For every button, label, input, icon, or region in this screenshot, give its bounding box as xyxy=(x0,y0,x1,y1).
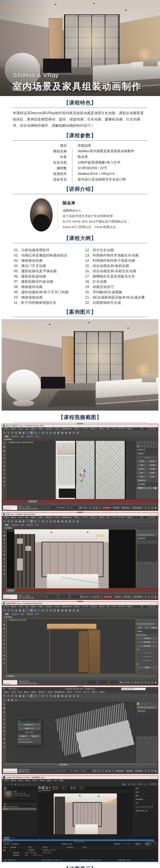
side-toolbar-icon[interactable]: ◐ xyxy=(3,530,6,533)
time-tag-button[interactable]: 添加时间标记 xyxy=(133,595,143,598)
side-toolbar-icon[interactable]: ▤ xyxy=(3,627,6,630)
affect-hierarchy-button[interactable]: 仅影响层次 xyxy=(137,645,157,648)
side-toolbar-icon[interactable]: ▲ xyxy=(3,468,6,472)
panel-header[interactable]: 对齐 xyxy=(134,801,158,805)
menu-item[interactable]: Arnold xyxy=(111,516,117,519)
queue-comp-chip[interactable]: ■ zj xyxy=(12,837,14,839)
toolbar-icon[interactable]: ▦ xyxy=(18,609,22,612)
toolbar-icon[interactable]: ▥ xyxy=(68,609,72,612)
menu-item[interactable]: 动画(A) xyxy=(47,691,54,693)
side-toolbar-icon[interactable]: ▲ xyxy=(3,646,6,649)
selected-set-dropdown[interactable]: 选定对象 xyxy=(114,595,122,598)
time-slider[interactable]: 0 / 100 xyxy=(3,674,157,677)
nav-icon[interactable]: ▣ xyxy=(154,770,157,772)
window-controls[interactable]: – □ × xyxy=(148,513,157,515)
align-icon[interactable] xyxy=(151,806,153,808)
timeline-ruler[interactable] xyxy=(3,766,157,768)
login-button[interactable]: 登录 xyxy=(139,605,145,608)
ribbon-tab[interactable]: 建模 xyxy=(4,435,9,438)
toolbar-icon[interactable]: % xyxy=(45,431,49,434)
reset-pivot-button[interactable]: 重置轴 xyxy=(137,666,157,669)
side-toolbar-icon[interactable]: ▤ xyxy=(3,449,6,453)
side-toolbar-icon[interactable]: ▣ xyxy=(3,445,6,448)
key-filter-button[interactable]: 关键点过滤器... xyxy=(131,506,143,509)
autokey-button[interactable]: 自动关键点 xyxy=(115,770,125,772)
nav-icon[interactable]: ▣ xyxy=(154,681,157,684)
menu-item[interactable]: 脚本(S) xyxy=(98,428,106,430)
modifier-list-dropdown[interactable]: 修改器列表 xyxy=(137,537,157,540)
project-item-selected[interactable]: zj xyxy=(2,808,36,810)
ribbon-tab[interactable]: 对象绘制 xyxy=(26,524,33,526)
menu-item[interactable]: 图形编辑器(D) xyxy=(61,428,73,430)
coord-y-field[interactable]: 4536.985 xyxy=(58,506,67,509)
coord-z-field[interactable] xyxy=(110,681,118,684)
hierarchy-tab[interactable]: IK xyxy=(144,626,151,629)
menu-item[interactable]: 修改器(M) xyxy=(37,691,47,693)
transport-icon[interactable]: « xyxy=(102,770,105,772)
toolbar-icon[interactable]: ▧ xyxy=(76,694,79,698)
maxscript-mini-listener[interactable]: MAXScript xyxy=(3,594,17,599)
window-titlebar[interactable]: 推拉门动画练习.max - Autodesk 3ds Max 2018 – □ … xyxy=(2,424,158,427)
time-slider[interactable]: 40 / 100 xyxy=(3,763,157,766)
transport-icon[interactable]: ◀ xyxy=(93,595,96,598)
menu-item[interactable]: 渲染(R) xyxy=(73,516,80,519)
menu-item[interactable]: 窗口 xyxy=(53,779,58,782)
current-render-label[interactable]: 当前渲染 xyxy=(3,843,9,845)
viewport-label[interactable]: [+] [透视] [用户定义] [边框] xyxy=(8,619,27,621)
menu-item[interactable]: 视图(V) xyxy=(30,606,37,608)
menu-item[interactable]: 修改器(M) xyxy=(45,428,54,430)
nav-icon[interactable]: ◱ xyxy=(151,595,154,598)
maxscript-mini-listener[interactable]: 欢迎使用 MAXScript xyxy=(3,769,17,773)
menu-item[interactable]: 脚本(S) xyxy=(98,516,106,519)
affect-object-button[interactable]: 仅影响对象 xyxy=(137,641,157,644)
ribbon-tab[interactable]: 建模 xyxy=(4,613,9,616)
menu-item[interactable]: 图形编辑器(D) xyxy=(61,606,73,608)
menu-item[interactable]: 自定义(U) xyxy=(89,428,98,430)
tool-icon[interactable]: ▭ xyxy=(21,783,24,786)
toolbar-icon[interactable]: ▶ xyxy=(10,699,14,702)
toolbar-icon[interactable]: ⊘ xyxy=(10,694,14,698)
toolbar-icon[interactable]: % xyxy=(45,609,49,612)
menu-item[interactable]: 图形编辑器(D) xyxy=(54,691,66,693)
panel-header[interactable]: 音频 xyxy=(134,790,158,794)
time-slider[interactable]: 0 / 100 xyxy=(3,589,157,592)
toolbar-icon[interactable]: ▣ xyxy=(60,520,64,523)
transport-icon[interactable]: « xyxy=(90,595,93,598)
side-toolbar-icon[interactable]: ◍ xyxy=(3,741,6,744)
ribbon-tab[interactable]: 对象绘制 xyxy=(26,613,33,615)
object-name-field[interactable] xyxy=(137,533,157,536)
search-help-field[interactable]: ⌕ 搜索帮助 xyxy=(148,783,157,785)
nav-icon[interactable]: ⊕ xyxy=(144,595,147,598)
primitive-button[interactable]: 圆锥体 xyxy=(148,460,158,463)
toolbar-icon[interactable]: ⊕ xyxy=(15,694,18,698)
menu-item[interactable]: 文件(F) xyxy=(3,428,10,430)
tool-icon[interactable]: ↖ xyxy=(7,783,10,786)
tool-icon[interactable]: T xyxy=(29,783,32,786)
toolbar-icon[interactable]: ◰ xyxy=(34,431,37,434)
nav-icon[interactable]: ⊙ xyxy=(148,506,151,509)
nav-icon[interactable]: ◱ xyxy=(151,506,154,509)
side-toolbar-icon[interactable]: ◈ xyxy=(3,654,6,657)
toolbar-icon[interactable]: ↷ xyxy=(7,431,10,434)
toolbar-icon[interactable]: + xyxy=(26,694,29,698)
toolbar-icon[interactable]: ↷ xyxy=(7,694,10,698)
nav-icon[interactable]: ⊙ xyxy=(148,681,151,684)
coord-x-field[interactable] xyxy=(87,681,96,684)
toolbar-icon[interactable]: ▤ xyxy=(53,520,56,523)
timeline-ruler[interactable] xyxy=(3,677,157,679)
toolbar-icon[interactable]: ▩ xyxy=(57,520,60,523)
menu-item[interactable]: 图层(L) xyxy=(25,779,32,782)
toolbar-icon[interactable]: ◨ xyxy=(64,609,68,612)
toolbar-icon[interactable]: ◨ xyxy=(64,431,68,434)
toolbar-icon[interactable]: ◰ xyxy=(34,520,37,523)
rollout-name-color[interactable]: 名称和颜色 xyxy=(137,483,157,486)
side-toolbar-icon[interactable]: ◍ xyxy=(3,480,6,483)
modifier-stack[interactable] xyxy=(137,544,157,561)
toolbar-icon[interactable]: ◧ xyxy=(22,609,26,612)
window-controls[interactable]: – □ × xyxy=(148,688,157,690)
side-toolbar-icon[interactable]: ■ xyxy=(3,465,6,468)
toolbar-icon[interactable]: ▦ xyxy=(18,431,22,434)
side-toolbar-icon[interactable]: ○ xyxy=(3,472,6,475)
output-module-row[interactable]: ›输出模块:无损输出到: zj.avi xyxy=(2,854,158,857)
object-name-field[interactable] xyxy=(137,706,157,709)
